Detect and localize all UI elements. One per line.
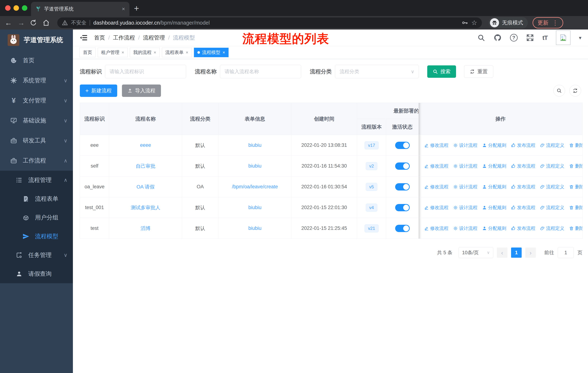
edit-process-link[interactable]: 修改流程	[424, 163, 448, 169]
breadcrumb-home[interactable]: 首页	[94, 34, 105, 41]
process-name-link[interactable]: 滔博	[141, 226, 151, 231]
assign-rule-link[interactable]: 分配规则	[482, 184, 506, 190]
password-key-icon[interactable]	[462, 20, 468, 26]
sidebar-item-devtools[interactable]: 研发工具 ∨	[0, 131, 73, 151]
edit-process-link[interactable]: 修改流程	[424, 204, 448, 211]
active-toggle[interactable]	[395, 162, 410, 170]
home-icon[interactable]	[43, 19, 51, 26]
sidebar-item-payment[interactable]: ¥ 支付管理 ∨	[0, 91, 73, 111]
edit-process-link[interactable]: 修改流程	[424, 184, 448, 190]
close-icon[interactable]: ×	[122, 50, 124, 55]
design-process-link[interactable]: 设计流程	[453, 184, 477, 190]
assign-rule-link[interactable]: 分配规则	[482, 163, 506, 169]
window-controls[interactable]	[5, 5, 27, 11]
process-id-input[interactable]	[105, 65, 186, 78]
edit-process-link[interactable]: 修改流程	[424, 142, 448, 148]
assign-rule-link[interactable]: 分配规则	[482, 225, 506, 231]
tag-my-process[interactable]: 我的流程 ×	[130, 48, 160, 57]
close-icon[interactable]: ×	[154, 50, 156, 55]
create-process-button[interactable]: + 新建流程	[80, 84, 117, 97]
tag-process-form[interactable]: 流程表单 ×	[162, 48, 192, 57]
sidebar-item-home[interactable]: 首页	[0, 50, 73, 71]
deploy-process-link[interactable]: 发布流程	[511, 142, 535, 148]
delete-link[interactable]: 删除	[569, 204, 583, 211]
page-size-select[interactable]: 10条/页 ∨	[459, 247, 493, 258]
sidebar-item-workflow[interactable]: 工作流程 ∧	[0, 151, 73, 171]
assign-rule-link[interactable]: 分配规则	[482, 204, 506, 211]
tag-process-model[interactable]: 流程模型 ×	[194, 48, 229, 57]
deploy-process-link[interactable]: 发布流程	[511, 225, 535, 231]
design-process-link[interactable]: 设计流程	[453, 163, 477, 169]
fullscreen-icon[interactable]	[526, 34, 534, 42]
github-icon[interactable]	[494, 34, 502, 42]
refresh-button[interactable]	[569, 85, 581, 97]
category-select[interactable]: 流程分类 ∨	[335, 65, 419, 78]
font-size-icon[interactable]: tT	[542, 34, 547, 41]
active-toggle[interactable]	[395, 225, 410, 232]
breadcrumb-process-mgmt[interactable]: 流程管理	[143, 34, 165, 41]
help-icon[interactable]: ?	[510, 34, 518, 41]
form-info-link[interactable]: biubiu	[248, 163, 261, 169]
window-minimize-button[interactable]	[13, 5, 19, 11]
sidebar-item-process-model[interactable]: 流程模型	[0, 227, 73, 246]
design-process-link[interactable]: 设计流程	[453, 225, 477, 231]
edit-process-link[interactable]: 修改流程	[424, 225, 448, 231]
form-info-link[interactable]: biubiu	[248, 205, 261, 210]
process-definition-link[interactable]: 流程定义	[540, 142, 564, 148]
process-definition-link[interactable]: 流程定义	[540, 184, 564, 190]
delete-link[interactable]: 删除	[569, 163, 583, 169]
close-icon[interactable]: ×	[222, 50, 225, 55]
reset-button[interactable]: 重置	[464, 65, 493, 78]
sidebar-item-process-mgmt[interactable]: 流程管理 ∧	[0, 171, 73, 189]
delete-link[interactable]: 删除	[569, 184, 583, 190]
avatar[interactable]	[556, 30, 570, 45]
app-logo[interactable]: 芋道管理系统	[0, 30, 73, 50]
search-button[interactable]: 搜索	[427, 65, 456, 78]
active-toggle[interactable]	[395, 142, 410, 149]
search-icon[interactable]	[477, 34, 485, 42]
form-info-link[interactable]: biubiu	[248, 225, 261, 231]
sidebar-item-system[interactable]: 系统管理 ∨	[0, 71, 73, 91]
active-toggle[interactable]	[395, 183, 410, 191]
next-page-button[interactable]: ›	[525, 248, 536, 258]
avatar-caret-icon[interactable]: ▾	[579, 35, 581, 41]
deploy-process-link[interactable]: 发布流程	[511, 204, 535, 211]
current-page-button[interactable]: 1	[511, 248, 522, 258]
import-process-button[interactable]: 导入流程	[122, 84, 161, 97]
security-label[interactable]: 不安全	[71, 19, 86, 26]
active-toggle[interactable]	[395, 204, 410, 211]
tag-home[interactable]: 首页	[79, 48, 95, 57]
form-info-link[interactable]: /bpm/oa/leave/create	[232, 184, 278, 189]
window-close-button[interactable]	[5, 5, 10, 11]
hide-search-button[interactable]	[553, 85, 565, 97]
process-definition-link[interactable]: 流程定义	[540, 163, 564, 169]
update-button[interactable]: 更新 ⋮	[533, 17, 563, 28]
sidebar-collapse-icon[interactable]	[79, 33, 88, 42]
tag-tenant[interactable]: 租户管理 ×	[98, 48, 128, 57]
form-info-link[interactable]: biubiu	[248, 142, 261, 148]
design-process-link[interactable]: 设计流程	[453, 142, 477, 148]
url-bar[interactable]: 不安全 dashboard.yudao.iocoder.cn/bpm/manag…	[57, 18, 482, 28]
bookmark-star-icon[interactable]: ☆	[471, 19, 477, 27]
sidebar-item-task-mgmt[interactable]: 任务管理 ∨	[0, 246, 73, 264]
browser-tab[interactable]: 芋道管理系统 ×	[31, 2, 129, 16]
new-tab-button[interactable]: +	[134, 3, 139, 13]
window-maximize-button[interactable]	[22, 5, 27, 11]
deploy-process-link[interactable]: 发布流程	[511, 163, 535, 169]
browser-menu-dots-icon[interactable]: ⋮	[552, 19, 558, 26]
goto-page-input[interactable]	[558, 247, 574, 258]
reload-icon[interactable]	[30, 19, 38, 26]
sidebar-item-leave-query[interactable]: 请假查询	[0, 264, 73, 283]
tab-close-icon[interactable]: ×	[122, 6, 125, 12]
process-name-link[interactable]: 测试多审批人	[131, 205, 160, 210]
delete-link[interactable]: 删除	[569, 225, 583, 231]
back-icon[interactable]: ←	[4, 19, 12, 27]
delete-link[interactable]: 删除	[569, 142, 583, 148]
assign-rule-link[interactable]: 分配规则	[482, 142, 506, 148]
sidebar-item-infra[interactable]: 基础设施 ∨	[0, 111, 73, 131]
process-definition-link[interactable]: 流程定义	[540, 204, 564, 211]
design-process-link[interactable]: 设计流程	[453, 204, 477, 211]
process-name-link[interactable]: 自己审批	[136, 163, 156, 169]
forward-icon[interactable]: →	[17, 19, 25, 27]
process-name-link[interactable]: eeee	[140, 142, 151, 148]
